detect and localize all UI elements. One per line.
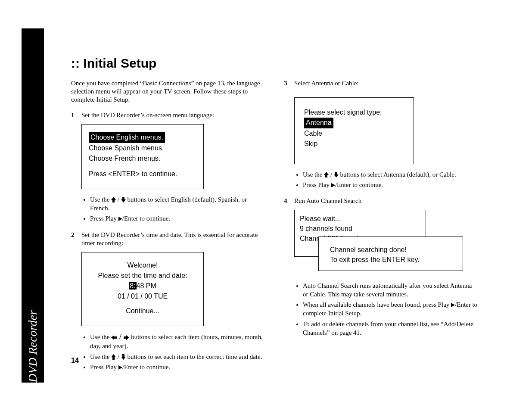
svg-marker-4 [111,354,116,360]
menu-option: Cable [304,128,407,139]
time-line: 8:48 PM [89,281,196,291]
bullet: Auto Channel Search runs automatically a… [303,281,478,299]
bullet: Press Play /Enter to continue. [303,181,478,189]
svg-marker-2 [111,335,117,340]
play-icon [118,365,122,370]
left-column: Once you have completed “Basic Connectio… [71,79,265,379]
step-number: 1 [71,111,81,120]
step-2: 2 Set the DVD Recorder’s time and date. … [71,231,265,248]
step-number: 2 [71,231,81,248]
step-number: 3 [284,79,294,88]
selected-option: Antenna [304,118,333,128]
step-3: 3 Select Antenna or Cable: [284,79,478,88]
two-column-layout: Once you have completed “Basic Connectio… [71,79,485,379]
time-highlight: 8: [129,282,136,290]
play-icon [451,303,455,307]
page-number: 14 [71,357,79,364]
bullet: When all available channels have been fo… [303,300,478,318]
time-date-screen: Welcome! Please set the time and date: 8… [81,252,204,326]
screen-line: Channel searching done! [330,245,457,255]
up-arrow-icon [111,354,116,360]
step-2-bullets: Use the / buttons to select each item (h… [71,332,265,372]
svg-marker-5 [121,354,126,360]
step-4-bullets: Auto Channel Search runs automatically a… [284,281,478,337]
intro-paragraph: Once you have completed “Basic Connectio… [71,79,265,103]
svg-marker-0 [111,197,116,202]
left-arrow-icon [111,335,117,340]
language-menu-screen: Choose English menus. Choose Spanish men… [81,124,204,189]
screen-line: Please set the time and date: [89,271,196,281]
step-text: Set the DVD Recorder’s time and date. Th… [81,231,265,248]
step-4: 4 Run Auto Channel Search [284,197,478,206]
menu-option: Choose French menus. [89,153,196,164]
step-1-bullets: Use the / buttons to select English (def… [71,195,265,223]
bullet: Use the / buttons to select English (def… [90,195,265,213]
step-text: Run Auto Channel Search [294,197,478,206]
up-arrow-icon [324,172,329,177]
right-column: 3 Select Antenna or Cable: Please select… [284,79,478,379]
bullet: Press Play /Enter to continue. [90,363,265,371]
screen-line: To exit press the ENTER key. [330,255,457,265]
product-name: R6530 DVD Recorder [26,310,40,411]
screen-line: Please wait... [300,214,420,224]
step-1: 1 Set the DVD Recorder’s on-screen menu … [71,111,265,120]
screen-line: Please select signal type: [304,107,407,118]
play-icon [331,183,335,187]
bullet: Use the / buttons to select each item (h… [90,332,265,351]
date-line: 01 / 01 / 00 TUE [89,291,196,302]
bullet: To add or delete channels from your chan… [303,320,478,337]
svg-marker-7 [334,172,339,177]
down-arrow-icon [121,197,126,202]
svg-marker-3 [124,335,129,340]
sidebar-strip: R6530 DVD Recorder [22,28,44,383]
step-3-bullets: Use the / buttons to select Antenna (def… [284,170,478,190]
manual-page: R6530 DVD Recorder :: Initial Setup Once… [0,0,532,411]
bullet: Use the / buttons to set each item to th… [90,352,265,361]
step-text: Select Antenna or Cable: [294,79,478,88]
screen-line: Welcome! [89,260,196,271]
search-done-screen: Channel searching done! To exit press th… [318,237,463,271]
down-arrow-icon [334,172,339,177]
step-text: Set the DVD Recorder’s on-screen menu la… [81,111,265,120]
slash-icon: / [119,333,121,341]
up-arrow-icon [111,197,116,202]
svg-marker-1 [121,197,126,202]
step-number: 4 [284,197,294,206]
continue-line: Continue... [89,306,196,316]
bullet: Use the / buttons to select Antenna (def… [303,170,478,179]
bullet: Press Play /Enter to continue. [90,214,265,223]
right-arrow-icon [124,335,129,340]
signal-type-screen: Please select signal type: Antenna Cable… [294,97,414,164]
screen-footer: Press <ENTER> to continue. [89,169,196,179]
play-icon [118,217,122,221]
selected-option: Choose English menus. [89,132,165,143]
page-title: :: Initial Setup [71,56,485,71]
down-arrow-icon [121,354,126,360]
page-content: :: Initial Setup Once you have completed… [71,56,485,379]
channel-search-screens: Please wait... 9 channels found Channel … [294,210,478,274]
menu-option: Choose Spanish menus. [89,143,196,153]
screen-line: 9 channels found [300,224,420,234]
svg-marker-6 [324,172,329,177]
menu-option: Skip [304,139,407,149]
